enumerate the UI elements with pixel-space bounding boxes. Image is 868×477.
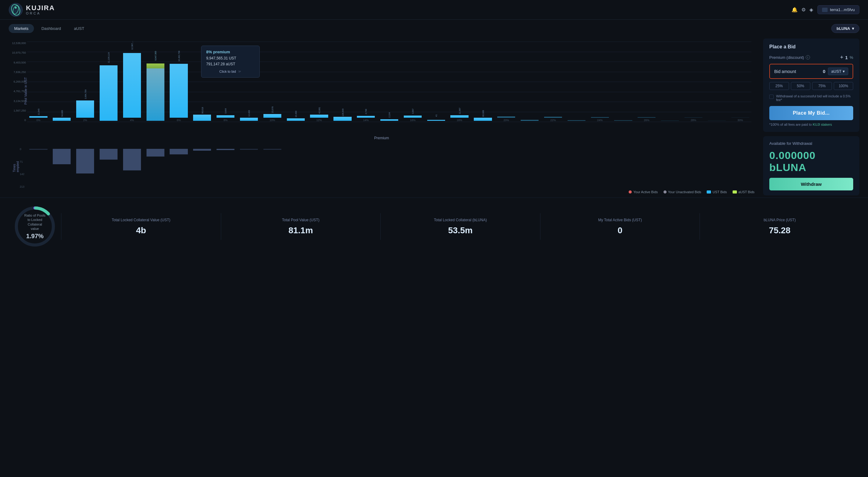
tab-aust[interactable]: aUST	[68, 24, 90, 33]
premium-info-icon[interactable]: i	[806, 55, 810, 60]
withdraw-button[interactable]: Withdraw	[769, 178, 853, 191]
bar-group-12[interactable]: 42,881 12%	[308, 106, 330, 122]
bar-stack-20	[497, 116, 515, 118]
bid-amount-value: 0	[823, 69, 825, 74]
bar-group-30[interactable]: 30%	[729, 109, 751, 122]
percent-50-button[interactable]: 50%	[791, 82, 811, 90]
settings-icon[interactable]: ⚙	[801, 7, 806, 13]
times-chart-container: Timesemptied 0 71 142 213	[9, 145, 754, 188]
main-content: Pool Value in UST 12,538,000 10,970,75	[0, 33, 868, 196]
bar-stack-14	[357, 116, 375, 118]
wallet-button[interactable]: terra1...m5fvu	[817, 5, 859, 14]
stat-label-2: Total Locked Collateral (bLUNA)	[388, 217, 533, 223]
times-bar-6	[167, 149, 190, 185]
bar-group-14[interactable]: 2,748 14%	[355, 107, 377, 122]
bar-group-7[interactable]: 96,618	[191, 106, 213, 122]
bar-group-3[interactable]: 11,106,124	[97, 50, 120, 122]
bar-group-1[interactable]: 94,889	[51, 109, 73, 122]
stat-label-1: Total Pool Value (UST)	[228, 217, 373, 223]
times-bar-25	[612, 149, 634, 185]
wallet-icon	[822, 8, 828, 12]
bar-stack-7	[193, 115, 211, 121]
bar-stack-21	[521, 120, 538, 121]
bar-group-8[interactable]: 3,464 8%	[214, 107, 237, 122]
bar-group-17[interactable]: 41	[425, 111, 447, 122]
bar-stack-4	[123, 53, 141, 118]
bar-chart-inner[interactable]: 12,538,000 10,970,750 9,403,500 7,836,25…	[27, 42, 751, 122]
grid-icon[interactable]: ◈	[809, 7, 813, 13]
times-bar-20	[495, 149, 518, 185]
aust-bids-label: aUST Bids	[739, 190, 754, 194]
bar-stack-26	[638, 117, 655, 118]
withdrawal-section: Available for Withdrawal 0.000000 bLUNA …	[763, 136, 859, 195]
tab-markets[interactable]: Markets	[9, 24, 34, 33]
bar-group-23[interactable]	[565, 111, 588, 122]
fee-checkbox[interactable]	[769, 95, 774, 99]
kuji-stakers-link[interactable]: KUJI stakers	[813, 123, 832, 126]
tab-dashboard[interactable]: Dashboard	[36, 24, 67, 33]
place-bid-button[interactable]: Place My Bid...	[769, 106, 853, 120]
times-bar-11	[284, 149, 307, 185]
bar-stack-6	[169, 64, 188, 118]
premium-value: 1	[845, 55, 848, 60]
withdrawal-value: 0.000000 bLUNA	[769, 149, 853, 173]
withdrawal-title: Available for Withdrawal	[769, 141, 853, 146]
ratio-label: Ratio of Pools to Locked Collateral valu…	[24, 213, 46, 231]
bar-group-25[interactable]	[612, 111, 634, 122]
bar-group-20[interactable]: 20%	[495, 108, 518, 122]
bar-group-9[interactable]: 12,483	[238, 109, 260, 122]
bar-group-11[interactable]: 10,484	[284, 110, 307, 122]
y-tick-3: 7,836,250	[11, 71, 26, 74]
bar-group-29[interactable]	[706, 112, 728, 122]
times-bar-23	[565, 149, 588, 185]
bar-group-16[interactable]: 3,667 16%	[402, 107, 424, 122]
bar-group-10[interactable]: 23,978 10%	[261, 105, 283, 122]
bar-group-5[interactable]: 9,947,565	[144, 48, 166, 122]
bar-group-27[interactable]	[659, 112, 681, 122]
times-bar-0	[27, 149, 50, 185]
bar-group-6[interactable]: 10,482,798 6%	[167, 48, 190, 122]
bottom-stats: Ratio of Pools to Locked Collateral valu…	[0, 198, 868, 255]
logo-kujira-label: KUJIRA	[26, 5, 55, 11]
ratio-text: Ratio of Pools to Locked Collateral valu…	[24, 213, 46, 240]
bar-group-4[interactable]: 12,987,... 4%	[121, 38, 143, 122]
unactivated-bids-dot	[663, 191, 666, 194]
y-axis-labels: 12,538,000 10,970,750 9,403,500 7,836,25…	[11, 42, 26, 122]
bar-group-28[interactable]: 28%	[682, 109, 705, 122]
bar-stack-28	[684, 117, 702, 118]
market-selector-button[interactable]: bLUNA ▾	[831, 24, 859, 33]
percent-buttons: 25% 50% 75% 100%	[769, 82, 853, 90]
bar-group-21[interactable]	[519, 111, 541, 122]
bar-group-19[interactable]: 80,689	[472, 109, 494, 122]
right-panel: Place a Bid Premium (discount) i + 1 % B…	[754, 38, 859, 196]
active-bids-label: Your Active Bids	[633, 190, 658, 194]
bar-group-13[interactable]: 128,449	[331, 108, 354, 122]
active-bids-dot	[629, 191, 632, 194]
times-bar-8	[214, 149, 237, 185]
bar-group-0[interactable]: 11,645 0%	[27, 107, 50, 122]
bell-icon[interactable]: 🔔	[792, 7, 798, 13]
bar-group-24[interactable]: 24%	[589, 108, 611, 122]
bar-group-15[interactable]: 2,104	[378, 111, 401, 122]
bar-stack-5	[147, 64, 164, 121]
percent-75-button[interactable]: 75%	[812, 82, 832, 90]
bid-amount-right: 0 aUST ▾	[823, 67, 848, 75]
premium-add-button[interactable]: +	[840, 55, 844, 60]
bar-stack-13	[334, 117, 351, 121]
bar-group-2[interactable]: 2,664,799 2%	[74, 88, 97, 122]
fee-note: *100% of all fees are paid to KUJI stake…	[769, 123, 853, 126]
bar-group-22[interactable]: 22%	[542, 108, 564, 122]
stat-card-0: Total Locked Collateral Value (UST) 4b	[61, 213, 221, 240]
y-tick-4: 6,269,000	[11, 80, 26, 83]
percent-100-button[interactable]: 100%	[834, 82, 854, 90]
times-bar-21	[519, 149, 541, 185]
bar-stack-17	[427, 120, 445, 121]
kujira-logo-icon	[9, 3, 23, 17]
bid-amount-box[interactable]: Bid amount 0 aUST ▾	[769, 64, 853, 79]
stat-value-0: 4b	[69, 226, 213, 235]
percent-25-button[interactable]: 25%	[769, 82, 789, 90]
bar-group-26[interactable]: 26%	[636, 108, 658, 122]
ratio-value: 1.97%	[24, 233, 46, 240]
bar-group-18[interactable]: 11,987 18%	[448, 107, 471, 122]
bid-currency-selector[interactable]: aUST ▾	[828, 67, 848, 75]
